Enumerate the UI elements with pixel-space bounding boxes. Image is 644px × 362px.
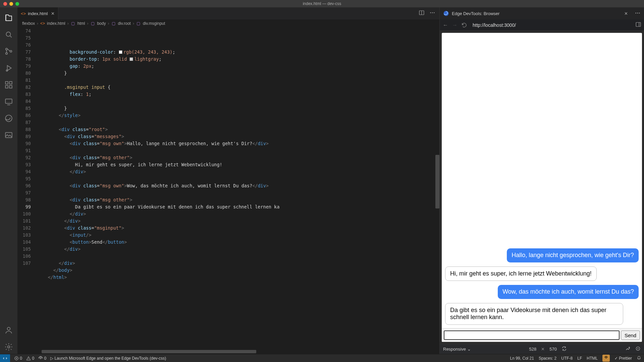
svg-point-20 (637, 12, 638, 13)
element-icon: ▢ (71, 21, 75, 26)
explorer-icon[interactable] (2, 11, 16, 25)
errors-count[interactable]: 0 (14, 356, 22, 361)
settings-icon[interactable] (2, 340, 16, 354)
chat-bubble-own: Wow, das möchte ich auch, womit lernst D… (498, 285, 639, 299)
horizontal-scrollbar-track[interactable] (17, 350, 439, 354)
svg-point-2 (6, 53, 7, 54)
images-icon[interactable] (2, 128, 16, 142)
svg-rect-7 (5, 85, 8, 88)
extensions-icon[interactable] (2, 78, 16, 92)
chevron-down-icon: ⌄ (467, 347, 471, 352)
svg-point-12 (7, 327, 10, 330)
maximize-window[interactable] (15, 2, 19, 6)
svg-point-27 (40, 358, 41, 359)
viewport-width[interactable]: 528 (529, 347, 537, 352)
editor-tabs: <> index.html ✕ (17, 7, 439, 19)
editor-group: <> index.html ✕ flexbox › <> index.html … (17, 7, 439, 354)
status-bar: 0 0 0 ▷ Launch Microsoft Edge and open t… (0, 354, 644, 362)
back-icon[interactable]: ← (442, 22, 448, 28)
more-actions-icon[interactable] (635, 10, 641, 17)
bc-body[interactable]: body (97, 21, 106, 26)
reload-icon[interactable] (461, 22, 467, 28)
remote-indicator[interactable] (0, 354, 10, 362)
launch-edge-button[interactable]: ▷ Launch Microsoft Edge and open the Edg… (50, 356, 166, 361)
minimize-window[interactable] (9, 2, 13, 6)
notifications-icon[interactable] (637, 355, 641, 361)
split-editor-icon[interactable] (419, 10, 425, 17)
edge-icon (443, 10, 449, 16)
svg-point-16 (432, 12, 433, 13)
scm-icon[interactable] (2, 44, 16, 58)
svg-point-13 (8, 346, 10, 348)
more-actions-icon[interactable] (429, 10, 435, 17)
svg-point-10 (5, 115, 12, 122)
dimension-x: ✕ (541, 347, 545, 352)
bc-root[interactable]: div.root (118, 21, 130, 26)
screenshot-icon[interactable] (625, 346, 631, 352)
line-gutter: 7475767778798081828384858687888990919293… (17, 27, 37, 350)
bc-file[interactable]: index.html (47, 21, 65, 26)
edge-tools-icon[interactable] (2, 111, 16, 125)
live-preview-icon[interactable] (602, 355, 610, 362)
rendered-page[interactable]: Hallo, lange nicht gesprochen, wie geht'… (442, 33, 642, 342)
titlebar: index.html — dev-css (0, 0, 644, 7)
remote-explorer-icon[interactable] (2, 95, 16, 109)
window-controls (3, 2, 19, 6)
debug-icon[interactable] (2, 61, 16, 75)
search-icon[interactable] (2, 27, 16, 42)
chat-messages: Hallo, lange nicht gesprochen, wie geht'… (442, 33, 642, 328)
devtools-tabs: Edge DevTools: Browser ✕ (440, 7, 644, 19)
bc-html[interactable]: html (77, 21, 85, 26)
svg-rect-22 (636, 22, 641, 26)
svg-point-17 (434, 12, 435, 13)
chevron-right-icon: › (87, 21, 88, 26)
svg-point-23 (629, 347, 630, 348)
close-window[interactable] (3, 2, 7, 6)
browser-nav: ← → (440, 19, 644, 31)
code-editor[interactable]: 7475767778798081828384858687888990919293… (17, 27, 439, 350)
prettier-status[interactable]: ✓ Prettier (614, 356, 632, 361)
vertical-scrollbar[interactable] (435, 155, 439, 208)
chat-input[interactable] (444, 330, 620, 340)
window-title: index.html — dev-css (303, 1, 341, 6)
ports-count[interactable]: 0 (38, 356, 46, 361)
element-icon: ▢ (90, 21, 95, 26)
svg-point-15 (430, 12, 431, 13)
svg-point-3 (10, 50, 12, 52)
rotate-icon[interactable] (561, 346, 567, 352)
close-icon[interactable]: ✕ (624, 11, 628, 16)
code-area[interactable]: background-color: rgb(243, 243, 243); bo… (37, 27, 439, 350)
inspect-icon[interactable] (635, 346, 641, 352)
svg-point-19 (635, 12, 636, 13)
devtools-statusbar: Responsive ⌄ 528 ✕ 570 (440, 344, 644, 354)
language-mode[interactable]: HTML (587, 356, 598, 361)
browser-viewport: Hallo, lange nicht gesprochen, wie geht'… (440, 31, 644, 344)
tab-index-html[interactable]: <> index.html ✕ (17, 7, 58, 19)
encoding[interactable]: UTF-8 (561, 356, 573, 361)
chat-bubble-other: Da gibt es so ein paar Videokurse mit de… (445, 303, 623, 325)
chat-bubble-other: Hi, mir geht es super, ich lerne jetzt W… (445, 266, 597, 281)
close-icon[interactable]: ✕ (51, 11, 55, 16)
tab-label: index.html (28, 11, 48, 16)
svg-point-21 (639, 12, 640, 13)
eol[interactable]: LF (577, 356, 582, 361)
horizontal-scrollbar[interactable] (42, 350, 256, 353)
breadcrumbs[interactable]: flexbox › <> index.html › ▢ html › ▢ bod… (17, 19, 439, 27)
forward-icon[interactable]: → (452, 22, 458, 28)
svg-rect-5 (5, 81, 8, 84)
viewport-mode[interactable]: Responsive ⌄ (443, 347, 471, 352)
svg-point-1 (6, 48, 7, 50)
warnings-count[interactable]: 0 (26, 356, 34, 361)
editor-actions (419, 7, 439, 19)
account-icon[interactable] (2, 323, 16, 337)
send-button[interactable]: Send (621, 330, 640, 340)
element-icon: ▢ (136, 21, 141, 26)
svg-point-4 (6, 70, 7, 71)
bc-folder[interactable]: flexbox (22, 21, 35, 26)
viewport-height[interactable]: 570 (549, 347, 557, 352)
dock-icon[interactable] (635, 21, 641, 29)
bc-msginput[interactable]: div.msginput (143, 21, 165, 26)
url-input[interactable] (471, 21, 632, 29)
indentation[interactable]: Spaces: 2 (539, 356, 556, 361)
cursor-position[interactable]: Ln 99, Col 21 (510, 356, 534, 361)
